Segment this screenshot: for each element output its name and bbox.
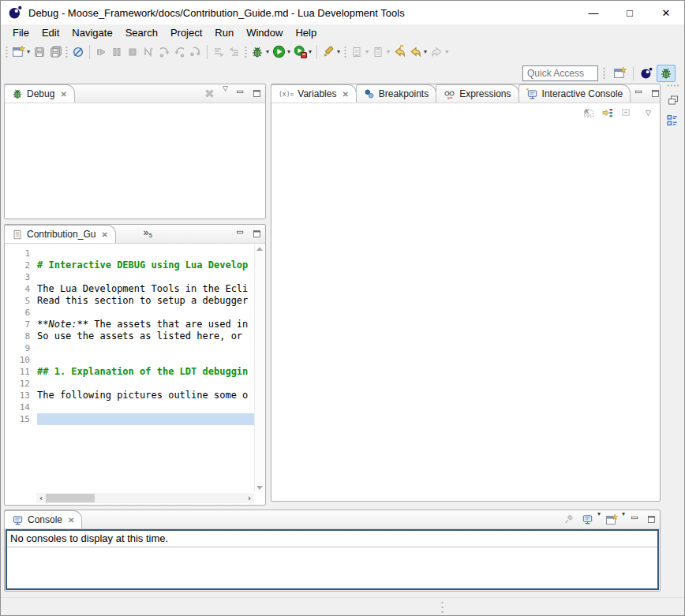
- tab-interactive-console[interactable]: Interactive Console: [518, 84, 631, 103]
- close-window-button[interactable]: ✕: [648, 1, 684, 24]
- maximize-view-button[interactable]: [249, 84, 265, 103]
- previous-annotation-button[interactable]: [370, 43, 386, 61]
- tab-breakpoints[interactable]: Breakpoints: [356, 84, 436, 103]
- close-tab-icon[interactable]: ✕: [342, 90, 348, 99]
- code-line[interactable]: ## 1. Explanation of the LDT debuggin: [37, 366, 254, 378]
- display-selected-console-button[interactable]: [578, 510, 597, 528]
- scroll-left-icon[interactable]: ‹: [36, 494, 46, 502]
- line-number-gutter[interactable]: 123456789101112131415: [12, 245, 36, 492]
- tab-contribution-guide[interactable]: Contribution_Gu ✕: [4, 225, 116, 243]
- code-line[interactable]: [37, 401, 254, 413]
- open-console-dropdown[interactable]: ▾: [621, 510, 627, 528]
- more-editors-chevron[interactable]: »5: [144, 225, 152, 243]
- menu-help[interactable]: Help: [289, 25, 323, 40]
- variables-view-content[interactable]: [271, 121, 660, 500]
- code-line[interactable]: [37, 307, 254, 319]
- minimize-view-button[interactable]: [627, 510, 643, 528]
- console-content[interactable]: No consoles to display at this time.: [6, 529, 659, 590]
- remove-all-terminated-button[interactable]: [200, 84, 219, 103]
- next-annotation-dropdown[interactable]: ▾: [365, 48, 370, 55]
- minimize-view-button[interactable]: [232, 225, 249, 243]
- minimize-window-button[interactable]: —: [575, 1, 612, 24]
- menu-navigate[interactable]: Navigate: [66, 25, 118, 40]
- debug-view-content[interactable]: [5, 103, 265, 218]
- run-external-tools-dropdown[interactable]: ▾: [308, 48, 313, 55]
- menu-project[interactable]: Project: [164, 25, 208, 40]
- suspend-button[interactable]: [109, 43, 125, 61]
- next-annotation-button[interactable]: [349, 43, 365, 61]
- toolbar-drag-handle[interactable]: [344, 46, 346, 58]
- scroll-right-icon[interactable]: ›: [245, 494, 254, 502]
- horizontal-scrollbar[interactable]: ‹ ›: [36, 493, 254, 503]
- menu-file[interactable]: File: [6, 25, 36, 40]
- debug-button[interactable]: [249, 43, 265, 61]
- forward-dropdown[interactable]: ▾: [444, 48, 450, 55]
- forward-button[interactable]: [429, 43, 444, 61]
- previous-annotation-dropdown[interactable]: ▾: [386, 48, 391, 55]
- code-line[interactable]: The Lua Development Tools in the Ecli: [37, 283, 254, 295]
- pin-console-button[interactable]: [560, 510, 578, 528]
- view-menu-button[interactable]: ▽: [642, 109, 655, 117]
- code-line[interactable]: **Note:** The assets that are used in: [37, 319, 254, 330]
- code-line[interactable]: [37, 248, 254, 259]
- maximize-view-button[interactable]: [643, 510, 660, 528]
- code-line[interactable]: [37, 342, 254, 354]
- scroll-up-icon[interactable]: [256, 247, 263, 251]
- toolbar-drag-handle[interactable]: [603, 67, 605, 80]
- new-wizard-button[interactable]: [10, 43, 26, 61]
- code-line[interactable]: [37, 271, 254, 283]
- save-button[interactable]: [32, 43, 47, 61]
- code-line[interactable]: [37, 354, 254, 366]
- code-line[interactable]: # Interactive DEBUG using Lua Develop: [37, 259, 254, 271]
- debug-perspective-button[interactable]: [657, 65, 676, 82]
- code-line[interactable]: So use the assets as listed here, or: [37, 330, 254, 342]
- vertical-scrollbar[interactable]: [254, 245, 264, 492]
- code-line[interactable]: Read this section to setup a debugger: [37, 295, 254, 307]
- resume-button[interactable]: [93, 43, 109, 61]
- step-into-button[interactable]: [156, 43, 172, 61]
- show-type-names-button[interactable]: [579, 106, 598, 119]
- debug-dropdown[interactable]: ▾: [265, 48, 271, 55]
- skip-all-breakpoints-button[interactable]: [70, 43, 86, 61]
- scroll-down-icon[interactable]: [256, 486, 263, 490]
- code-area[interactable]: # Interactive DEBUG using Lua Develop Th…: [36, 245, 254, 492]
- tab-debug[interactable]: Debug ✕: [4, 84, 75, 103]
- open-perspective-button[interactable]: [611, 65, 629, 82]
- code-line[interactable]: [37, 378, 254, 390]
- maximize-view-button[interactable]: [647, 84, 664, 103]
- lua-perspective-button[interactable]: [638, 65, 655, 82]
- display-selected-console-dropdown[interactable]: ▾: [597, 510, 602, 528]
- strip-drag-handle[interactable]: [667, 84, 679, 87]
- code-line[interactable]: [37, 413, 254, 425]
- show-logical-structures-button[interactable]: [598, 106, 617, 119]
- back-button[interactable]: [407, 43, 423, 61]
- use-step-filters-button[interactable]: [211, 43, 226, 61]
- new-wizard-dropdown[interactable]: ▾: [26, 48, 32, 55]
- menu-edit[interactable]: Edit: [36, 25, 66, 40]
- menu-search[interactable]: Search: [119, 25, 164, 40]
- last-edit-location-button[interactable]: [391, 43, 407, 61]
- maximize-view-button[interactable]: [249, 225, 265, 243]
- view-menu-button[interactable]: ▽: [219, 84, 232, 103]
- tab-console[interactable]: Console ✕: [4, 510, 82, 528]
- sash-drag-handle[interactable]: [441, 600, 444, 614]
- toolbar-drag-handle[interactable]: [6, 46, 8, 58]
- outline-view-button[interactable]: [663, 114, 683, 127]
- run-button[interactable]: [271, 43, 286, 61]
- toolbar-drag-handle[interactable]: [66, 46, 68, 58]
- quick-access-input[interactable]: [522, 65, 598, 81]
- annotation-ruler[interactable]: [6, 245, 12, 492]
- tab-variables[interactable]: (x)= Variables ✕: [271, 84, 357, 103]
- menu-window[interactable]: Window: [240, 25, 289, 40]
- pen-tool-dropdown[interactable]: ▾: [336, 48, 342, 55]
- minimize-view-button[interactable]: [232, 84, 249, 103]
- step-return-button[interactable]: [188, 43, 204, 61]
- disconnect-button[interactable]: [140, 43, 156, 61]
- menu-run[interactable]: Run: [208, 25, 240, 40]
- step-over-button[interactable]: [172, 43, 188, 61]
- close-tab-icon[interactable]: ✕: [101, 230, 107, 239]
- save-all-button[interactable]: [47, 43, 63, 61]
- maximize-window-button[interactable]: □: [612, 1, 648, 24]
- minimize-view-button[interactable]: [631, 84, 647, 103]
- code-line[interactable]: The following pictures outline some o: [37, 390, 254, 401]
